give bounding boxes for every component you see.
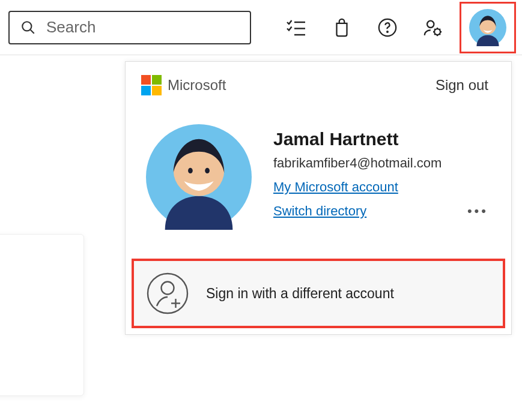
add-person-icon [146,272,189,315]
shopping-bag-icon[interactable] [330,16,354,40]
settings-person-icon[interactable] [421,16,445,40]
svg-line-14 [434,29,435,29]
more-options-icon[interactable]: ••• [465,203,491,219]
search-box[interactable] [8,11,251,44]
avatar-icon [469,9,506,46]
svg-point-8 [427,20,434,27]
svg-point-9 [434,29,440,35]
profile-avatar-button[interactable] [460,2,516,53]
sign-in-different-account-button[interactable]: Sign in with a different account [132,259,505,328]
svg-line-1 [30,29,34,33]
checklist-icon[interactable] [284,16,308,40]
svg-line-15 [440,34,440,34]
switch-directory-link[interactable]: Switch directory [273,203,366,219]
svg-point-22 [188,168,193,173]
sign-out-link[interactable]: Sign out [436,77,488,94]
svg-line-17 [434,34,435,34]
search-input[interactable] [46,18,241,37]
account-email: fabrikamfiber4@hotmail.com [273,155,491,171]
account-popup: Microsoft Sign out Jamal Hartnett fabrik… [125,61,512,335]
microsoft-logo-icon [141,75,162,95]
help-icon[interactable] [375,16,399,40]
microsoft-brand: Microsoft [141,75,226,95]
svg-point-25 [162,282,174,295]
brand-label: Microsoft [168,77,226,94]
background-card [0,234,84,396]
svg-line-16 [440,29,440,29]
account-name: Jamal Hartnett [273,129,491,149]
svg-point-7 [387,31,388,32]
svg-point-0 [22,22,31,31]
my-microsoft-account-link[interactable]: My Microsoft account [273,179,398,195]
search-icon [18,16,38,40]
sign-in-different-account-label: Sign in with a different account [206,286,394,302]
svg-point-23 [205,168,210,173]
svg-point-24 [148,274,187,313]
avatar-large-icon [146,124,252,230]
